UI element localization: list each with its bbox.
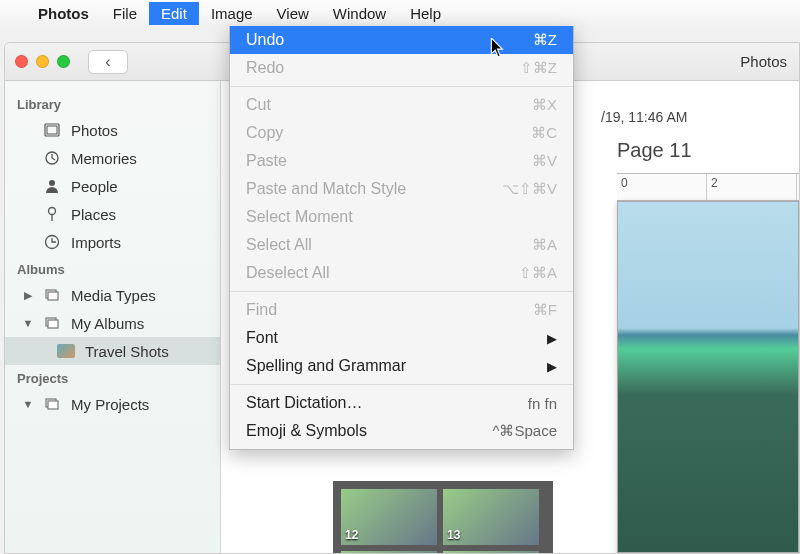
sidebar-item-imports[interactable]: Imports: [5, 228, 220, 256]
close-button[interactable]: [15, 55, 28, 68]
minimize-button[interactable]: [36, 55, 49, 68]
menuitem-select-moment: Select Moment: [230, 203, 573, 231]
zoom-button[interactable]: [57, 55, 70, 68]
sidebar-header-projects: Projects: [5, 365, 220, 390]
window-title: Photos: [740, 53, 787, 70]
menuitem-select-all: Select All⌘A: [230, 231, 573, 259]
menu-help[interactable]: Help: [398, 2, 453, 25]
svg-rect-10: [48, 320, 58, 328]
submenu-arrow-icon: ▶: [547, 359, 557, 374]
traffic-lights: [15, 55, 70, 68]
svg-rect-1: [47, 126, 57, 134]
sidebar-item-label: My Albums: [71, 315, 144, 332]
sidebar-item-media-types[interactable]: ▶Media Types: [5, 281, 220, 309]
submenu-arrow-icon: ▶: [547, 331, 557, 346]
ruler-tick: 2: [707, 174, 797, 200]
sidebar-item-travel-shots[interactable]: Travel Shots: [5, 337, 220, 365]
thumbnail-number: 13: [447, 528, 460, 542]
chevron-left-icon: ‹: [105, 53, 110, 71]
edit-menu-dropdown: Undo⌘Z Redo⇧⌘Z Cut⌘X Copy⌘C Paste⌘V Past…: [229, 26, 574, 450]
photo-preview[interactable]: [617, 201, 799, 553]
menuitem-redo: Redo⇧⌘Z: [230, 54, 573, 82]
menu-file[interactable]: File: [101, 2, 149, 25]
disclosure-triangle-icon[interactable]: ▼: [23, 398, 33, 410]
filmstrip-thumbnail[interactable]: 13: [443, 489, 539, 545]
disclosure-triangle-icon[interactable]: ▼: [23, 317, 33, 329]
sidebar-item-label: Media Types: [71, 287, 156, 304]
menuitem-deselect-all: Deselect All⇧⌘A: [230, 259, 573, 287]
people-icon: [43, 178, 61, 194]
album-thumbnail-icon: [57, 344, 75, 358]
svg-point-3: [49, 180, 55, 186]
filmstrip: 12 13: [333, 481, 553, 554]
photos-icon: [43, 122, 61, 138]
sidebar-item-places[interactable]: Places: [5, 200, 220, 228]
app-menu[interactable]: Photos: [26, 2, 101, 25]
sidebar-item-label: People: [71, 178, 118, 195]
sidebar-item-label: Travel Shots: [85, 343, 169, 360]
sidebar-item-label: Imports: [71, 234, 121, 251]
thumbnail-number: 12: [345, 528, 358, 542]
cursor-icon: [490, 38, 506, 63]
sidebar-item-label: My Projects: [71, 396, 149, 413]
pin-icon: [43, 206, 61, 222]
svg-point-4: [49, 208, 56, 215]
ruler-tick: 0: [617, 174, 707, 200]
sidebar-item-label: Places: [71, 206, 116, 223]
menu-window[interactable]: Window: [321, 2, 398, 25]
menuitem-emoji-symbols[interactable]: Emoji & Symbols^⌘Space: [230, 417, 573, 445]
menuitem-paste-match-style: Paste and Match Style⌥⇧⌘V: [230, 175, 573, 203]
menu-image[interactable]: Image: [199, 2, 265, 25]
sidebar-item-memories[interactable]: Memories: [5, 144, 220, 172]
menuitem-start-dictation[interactable]: Start Dictation…fn fn: [230, 389, 573, 417]
sidebar-header-albums: Albums: [5, 256, 220, 281]
sidebar-item-label: Memories: [71, 150, 137, 167]
sidebar: Library Photos Memories People Places Im…: [5, 81, 221, 553]
menu-separator: [230, 86, 573, 87]
back-button[interactable]: ‹: [88, 50, 128, 74]
menu-separator: [230, 384, 573, 385]
menuitem-font[interactable]: Font▶: [230, 324, 573, 352]
menuitem-cut: Cut⌘X: [230, 91, 573, 119]
menuitem-paste: Paste⌘V: [230, 147, 573, 175]
ruler[interactable]: 0 2: [617, 173, 799, 201]
filmstrip-thumbnail[interactable]: 12: [341, 489, 437, 545]
sidebar-item-my-albums[interactable]: ▼My Albums: [5, 309, 220, 337]
memories-icon: [43, 150, 61, 166]
menubar: Photos File Edit Image View Window Help: [0, 0, 800, 26]
menu-view[interactable]: View: [265, 2, 321, 25]
disclosure-triangle-icon[interactable]: ▶: [23, 289, 33, 302]
menu-separator: [230, 291, 573, 292]
sidebar-item-people[interactable]: People: [5, 172, 220, 200]
stack-icon: [43, 315, 61, 331]
menuitem-undo[interactable]: Undo⌘Z: [230, 26, 573, 54]
menuitem-spelling-grammar[interactable]: Spelling and Grammar▶: [230, 352, 573, 380]
clock-icon: [43, 234, 61, 250]
sidebar-item-photos[interactable]: Photos: [5, 116, 220, 144]
stack-icon: [43, 287, 61, 303]
svg-rect-8: [48, 292, 58, 300]
timestamp-label: /19, 11:46 AM: [601, 109, 687, 125]
menuitem-find: Find⌘F: [230, 296, 573, 324]
sidebar-item-label: Photos: [71, 122, 118, 139]
svg-rect-12: [48, 401, 58, 409]
page-title: Page 11: [617, 139, 692, 162]
menu-edit[interactable]: Edit: [149, 2, 199, 25]
menuitem-copy: Copy⌘C: [230, 119, 573, 147]
stack-icon: [43, 396, 61, 412]
sidebar-item-my-projects[interactable]: ▼My Projects: [5, 390, 220, 418]
sidebar-header-library: Library: [5, 91, 220, 116]
